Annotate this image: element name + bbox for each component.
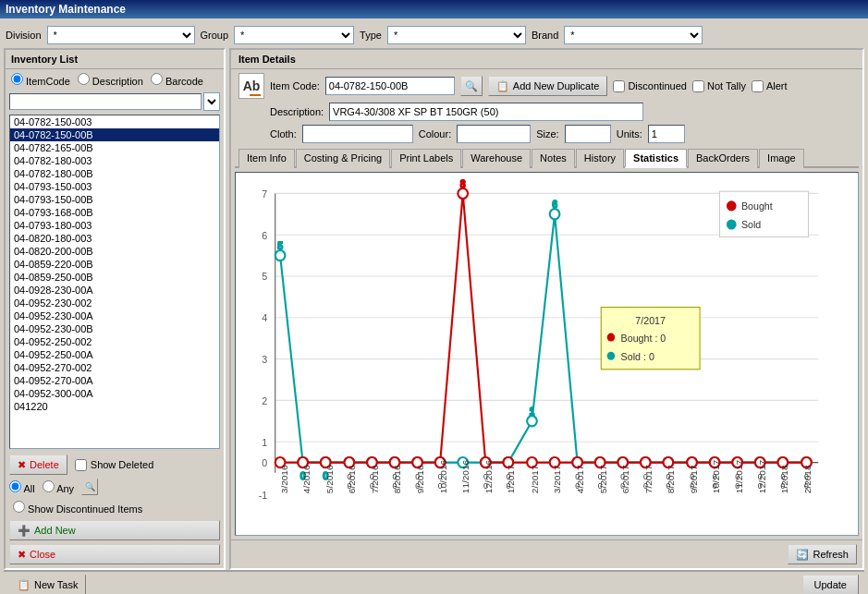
tab-statistics[interactable]: Statistics xyxy=(625,149,687,168)
svg-text:6: 6 xyxy=(262,229,267,240)
not-tally-checkbox[interactable]: Not Tally xyxy=(692,80,746,92)
cloth-label: Cloth: xyxy=(270,128,297,139)
type-select[interactable]: * xyxy=(387,26,526,44)
svg-point-140 xyxy=(727,200,737,211)
list-item[interactable]: 04-0952-270-002 xyxy=(10,361,219,374)
units-input[interactable] xyxy=(648,125,685,143)
svg-point-33 xyxy=(527,416,537,426)
discontinued-checkbox[interactable]: Discontinued xyxy=(613,80,687,92)
list-item[interactable]: 04-0782-180-00B xyxy=(10,167,219,180)
group-select[interactable]: * xyxy=(234,26,354,44)
svg-text:5: 5 xyxy=(262,271,267,282)
tab-warehouse[interactable]: Warehouse xyxy=(462,149,531,168)
show-discontinued-checkbox[interactable]: Show Discontinued Items xyxy=(13,501,142,515)
svg-point-142 xyxy=(727,219,737,229)
add-new-duplicate-button[interactable]: 📋 Add New Duplicate xyxy=(488,76,608,96)
svg-text:2: 2 xyxy=(262,395,267,406)
size-input[interactable] xyxy=(565,125,611,143)
svg-point-35 xyxy=(550,209,560,219)
list-item[interactable]: 04-0952-230-00B xyxy=(10,322,219,335)
alert-checkbox[interactable]: Alert xyxy=(752,80,788,92)
item-code-input[interactable] xyxy=(325,77,455,95)
list-item[interactable]: 04-0820-180-003 xyxy=(10,232,219,245)
svg-point-19 xyxy=(275,250,286,261)
item-search-button[interactable]: 🔍 xyxy=(460,76,483,96)
delete-icon: ✖ xyxy=(18,459,26,471)
list-item[interactable]: 04-0952-300-00A xyxy=(10,387,219,400)
tab-print-labels[interactable]: Print Labels xyxy=(391,149,461,168)
svg-text:7: 7 xyxy=(262,188,267,200)
list-item[interactable]: 04-0928-230-00A xyxy=(10,284,219,297)
svg-text:5/2016: 5/2016 xyxy=(324,465,335,493)
add-icon: ➕ xyxy=(18,525,31,537)
list-item[interactable]: 04-0793-168-00B xyxy=(10,206,219,219)
list-item[interactable]: 04-0952-250-002 xyxy=(10,335,219,348)
list-item[interactable]: 04-0952-230-002 xyxy=(10,297,219,309)
brand-select[interactable]: * xyxy=(564,26,703,44)
svg-text:3/2016: 3/2016 xyxy=(279,465,289,493)
tab-history[interactable]: History xyxy=(576,149,624,168)
svg-text:8: 8 xyxy=(460,178,466,188)
svg-text:8/2017: 8/2017 xyxy=(666,465,677,493)
svg-text:5: 5 xyxy=(277,241,283,251)
division-label: Division xyxy=(6,30,42,41)
search-dropdown[interactable] xyxy=(203,92,220,111)
list-item[interactable]: 04-0793-150-00B xyxy=(10,193,219,206)
bottom-bar: 📋 New Task Update xyxy=(4,570,864,594)
list-item[interactable]: 04-0793-180-003 xyxy=(10,219,219,232)
list-item[interactable]: 04-0859-220-00B xyxy=(10,258,219,271)
svg-text:5/2017: 5/2017 xyxy=(598,465,608,493)
list-item[interactable]: 04-0952-270-00A xyxy=(10,374,219,387)
list-item[interactable]: 04-0820-200-00B xyxy=(10,245,219,258)
radio-barcode[interactable]: Barcode xyxy=(151,73,203,87)
svg-point-137 xyxy=(607,352,616,360)
colour-input[interactable] xyxy=(457,125,531,143)
tabs-row: Item Info Costing & Pricing Print Labels… xyxy=(235,147,859,168)
list-item[interactable]: 04-0793-150-003 xyxy=(10,180,219,193)
division-select[interactable]: * xyxy=(47,26,195,44)
refresh-button[interactable]: 🔄 Refresh xyxy=(788,544,857,564)
svg-point-135 xyxy=(607,333,616,342)
radio-itemcode[interactable]: ItemCode xyxy=(11,73,70,87)
show-deleted-checkbox[interactable]: Show Deleted xyxy=(75,459,154,471)
search-button[interactable]: 🔍 xyxy=(81,479,98,495)
svg-text:4/2016: 4/2016 xyxy=(301,465,312,493)
radio-any[interactable]: Any xyxy=(43,480,74,494)
radio-all[interactable]: All xyxy=(9,480,35,494)
units-label: Units: xyxy=(617,128,642,139)
list-item[interactable]: 04-0782-150-00B xyxy=(10,128,219,141)
svg-text:7/2017: 7/2017 xyxy=(643,465,654,493)
svg-text:1/2017: 1/2017 xyxy=(506,465,516,493)
list-item[interactable]: 04-0952-250-00A xyxy=(10,348,219,361)
svg-text:-1: -1 xyxy=(259,490,268,501)
svg-text:4/2017: 4/2017 xyxy=(575,465,585,493)
tab-costing-pricing[interactable]: Costing & Pricing xyxy=(296,149,390,168)
svg-text:10/2016: 10/2016 xyxy=(438,459,448,493)
close-button[interactable]: ✖ Close xyxy=(9,544,220,564)
item-code-label: Item Code: xyxy=(270,80,320,91)
update-button[interactable]: Update xyxy=(802,575,859,594)
description-input[interactable] xyxy=(329,103,643,121)
cloth-input[interactable] xyxy=(302,125,413,143)
tab-image[interactable]: Image xyxy=(759,149,804,168)
svg-text:8/2016: 8/2016 xyxy=(393,465,403,493)
list-item[interactable]: 04-0782-165-00B xyxy=(10,141,219,154)
search-input[interactable] xyxy=(9,93,202,110)
list-item[interactable]: 04-0782-180-003 xyxy=(10,154,219,167)
radio-description[interactable]: Description xyxy=(78,73,143,87)
svg-text:0: 0 xyxy=(262,457,267,468)
list-item[interactable]: 04-0782-150-003 xyxy=(10,115,219,128)
new-task-button[interactable]: 📋 New Task xyxy=(9,575,86,594)
list-item[interactable]: 04-0859-250-00B xyxy=(10,271,219,284)
list-item[interactable]: 041220 xyxy=(10,400,219,413)
svg-text:9/2016: 9/2016 xyxy=(415,465,425,493)
tab-backorders[interactable]: BackOrders xyxy=(688,149,758,168)
add-new-button[interactable]: ➕ Add New xyxy=(9,520,220,540)
tab-notes[interactable]: Notes xyxy=(532,149,575,168)
svg-text:Sold: Sold xyxy=(741,219,761,230)
group-label: Group xyxy=(201,30,229,41)
task-icon: 📋 xyxy=(18,579,31,591)
delete-button[interactable]: ✖ Delete xyxy=(9,455,67,475)
tab-item-info[interactable]: Item Info xyxy=(238,149,295,168)
list-item[interactable]: 04-0952-230-00A xyxy=(10,309,219,322)
